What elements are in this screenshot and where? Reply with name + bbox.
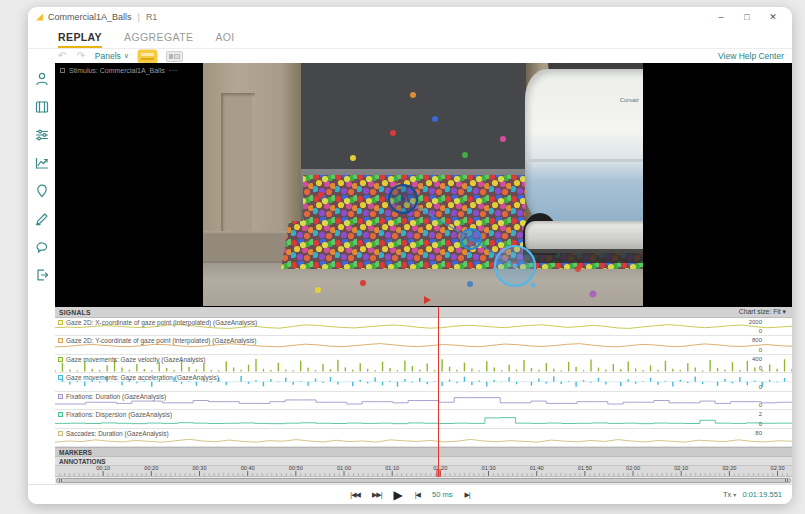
playback-controls: |◀◀ ▶▶| ▶ |◀ 50 ms ▶|	[350, 488, 469, 502]
time-display-group: Tx ▾ 0:01:19.551	[723, 490, 782, 499]
tab-aggregate[interactable]: AGGREGATE	[124, 31, 193, 48]
signal-scale-min: 0	[759, 384, 762, 390]
recording-name: R1	[146, 12, 158, 22]
content-area: Stimulus: Commercial1A_Balls ⋯	[28, 63, 792, 484]
signal-scale-min: 0	[759, 347, 762, 353]
signal-color-swatch[interactable]	[58, 394, 63, 399]
svg-text:02:00: 02:00	[626, 466, 640, 471]
signal-row[interactable]: Saccades: Duration (GazeAnalysis)80	[55, 429, 792, 447]
project-title: Commercial1A_Balls	[48, 12, 132, 22]
tab-aoi[interactable]: AOI	[215, 31, 234, 48]
stimulus-name: Stimulus: Commercial1A_Balls	[69, 67, 165, 74]
play-button[interactable]: ▶	[394, 488, 403, 502]
gaze-overlay	[203, 63, 643, 306]
layout-columns-button[interactable]	[166, 51, 183, 62]
panels-dropdown[interactable]: Panels ∨	[95, 51, 129, 61]
skip-back-button[interactable]: |◀◀	[350, 491, 360, 499]
svg-text:01:30: 01:30	[482, 466, 496, 471]
signal-scale-max: 2000	[749, 319, 762, 325]
signal-scale-min: 0	[759, 421, 762, 427]
time-format-label: Tx	[723, 490, 731, 499]
signal-scale-min: 0	[759, 402, 762, 408]
svg-text:01:00: 01:00	[337, 466, 351, 471]
svg-text:00:10: 00:10	[96, 466, 110, 471]
signal-scale-max: 2	[759, 411, 762, 417]
signal-color-swatch[interactable]	[58, 375, 63, 380]
signals-rows: Gaze 2D: X-coordinate of gaze point (int…	[55, 318, 792, 447]
zoom-grip-left[interactable]	[58, 480, 63, 481]
signal-row[interactable]: Gaze movements: Gaze velocity (GazeAnaly…	[55, 355, 792, 373]
main-tabs: REPLAY AGGREGATE AOI	[28, 27, 792, 49]
signal-scale-max: 800	[752, 337, 762, 343]
markers-label: MARKERS	[59, 449, 92, 456]
main-panel: Stimulus: Commercial1A_Balls ⋯	[55, 63, 792, 484]
signal-row[interactable]: Gaze movements: Gaze acceleration (GazeA…	[55, 373, 792, 391]
replay-video-panel[interactable]: Stimulus: Commercial1A_Balls ⋯	[55, 63, 792, 307]
metrics-chart-icon[interactable]	[34, 155, 50, 171]
skip-forward-button[interactable]: ▶▶|	[372, 491, 382, 499]
signal-row[interactable]: Gaze 2D: Y-coordinate of gaze point (int…	[55, 336, 792, 354]
gaze-pin-icon[interactable]	[34, 183, 50, 199]
signal-color-swatch[interactable]	[58, 412, 63, 417]
redo-icon[interactable]: ↷	[76, 51, 84, 61]
signal-label: Gaze 2D: X-coordinate of gaze point (int…	[66, 319, 257, 326]
annotations-track[interactable]: ANNOTATIONS	[55, 457, 792, 466]
playhead-line[interactable]	[438, 307, 439, 477]
signal-label: Fixations: Duration (GazeAnalysis)	[66, 393, 166, 400]
undo-icon[interactable]: ↶	[58, 51, 66, 61]
signal-color-swatch[interactable]	[58, 357, 63, 362]
signal-scale-min: 0	[759, 328, 762, 334]
svg-text:00:40: 00:40	[241, 466, 255, 471]
zoom-grip-right[interactable]	[784, 480, 789, 481]
recordings-film-icon[interactable]	[34, 99, 50, 115]
signal-row[interactable]: Gaze 2D: X-coordinate of gaze point (int…	[55, 318, 792, 336]
svg-text:02:10: 02:10	[674, 466, 688, 471]
signal-label: Fixations: Dispersion (GazeAnalysis)	[66, 411, 172, 418]
aoi-lasso-icon[interactable]	[34, 239, 50, 255]
export-icon[interactable]	[34, 267, 50, 283]
signal-color-swatch[interactable]	[58, 320, 63, 325]
close-button[interactable]: ✕	[760, 7, 786, 27]
step-forward-button[interactable]: ▶|	[464, 491, 469, 499]
tab-replay[interactable]: REPLAY	[58, 31, 102, 48]
tool-sidebar	[28, 63, 55, 484]
signals-header: SIGNALS Chart size: Fit ▾	[55, 307, 792, 318]
maximize-button[interactable]: □	[734, 7, 760, 27]
step-back-button[interactable]: |◀	[415, 491, 420, 499]
step-interval-label[interactable]: 50 ms	[432, 490, 452, 499]
app-logo-icon	[36, 14, 43, 21]
time-format-dropdown[interactable]: Tx ▾	[723, 490, 736, 499]
timeline-ruler-svg: 00:1000:2000:3000:4000:5001:0001:1001:20…	[55, 466, 792, 476]
help-center-link[interactable]: View Help Center	[718, 51, 784, 61]
settings-sliders-icon[interactable]	[34, 127, 50, 143]
zoom-range-handle[interactable]	[56, 478, 791, 483]
layout-rows-button[interactable]	[139, 51, 156, 62]
annotate-pencil-icon[interactable]	[34, 211, 50, 227]
signal-color-swatch[interactable]	[58, 431, 63, 436]
timeline-zoom-scrollbar[interactable]	[55, 477, 792, 484]
stimulus-checkbox[interactable]	[60, 68, 65, 73]
svg-text:01:50: 01:50	[578, 466, 592, 471]
panels-label: Panels	[95, 51, 121, 61]
chevron-down-icon: ∨	[124, 52, 129, 60]
signal-scale-max: 80	[755, 430, 762, 436]
minimize-button[interactable]: –	[708, 7, 734, 27]
video-frame: Corvair	[203, 63, 643, 306]
markers-track[interactable]: MARKERS	[55, 447, 792, 457]
toolbar: ↶ ↷ Panels ∨ View Help Center	[28, 49, 792, 63]
signal-row[interactable]: Fixations: Dispersion (GazeAnalysis)20	[55, 410, 792, 428]
participant-icon[interactable]	[34, 71, 50, 87]
signals-panel: SIGNALS Chart size: Fit ▾ Gaze 2D: X-coo…	[55, 307, 792, 447]
chart-size-dropdown[interactable]: Chart size: Fit ▾	[739, 308, 786, 316]
title-separator: |	[138, 12, 140, 22]
svg-text:00:30: 00:30	[193, 466, 207, 471]
signal-row[interactable]: Fixations: Duration (GazeAnalysis)0	[55, 392, 792, 410]
signal-color-swatch[interactable]	[58, 338, 63, 343]
stimulus-menu-icon[interactable]: ⋯	[169, 66, 178, 75]
timeline-ruler[interactable]: 00:1000:2000:3000:4000:5001:0001:1001:20…	[55, 466, 792, 477]
signal-label: Gaze movements: Gaze acceleration (GazeA…	[66, 374, 219, 381]
signal-scale-min: 0	[759, 365, 762, 371]
svg-text:02:30: 02:30	[771, 466, 785, 471]
stimulus-label: Stimulus: Commercial1A_Balls ⋯	[60, 66, 178, 75]
signal-label: Gaze 2D: Y-coordinate of gaze point (int…	[66, 337, 256, 344]
